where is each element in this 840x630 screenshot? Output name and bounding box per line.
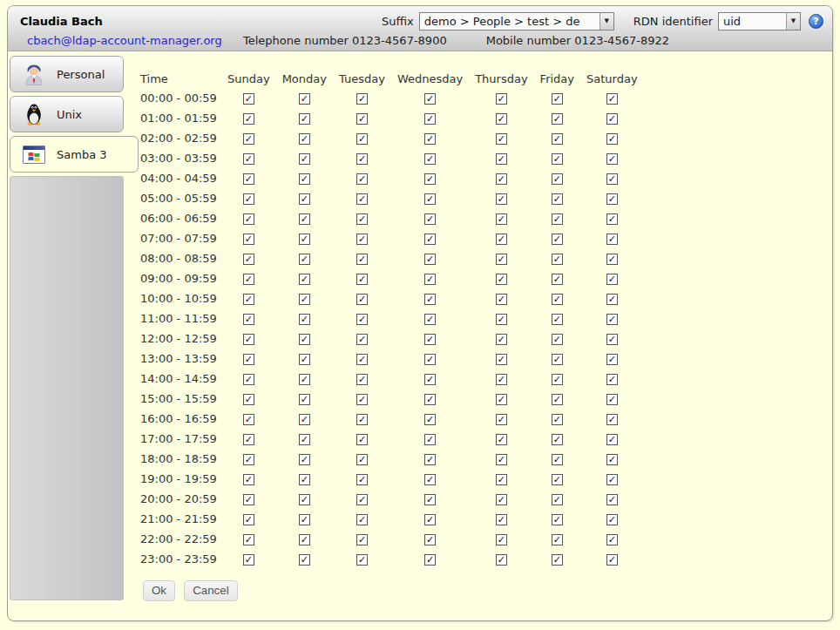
hour-checkbox[interactable] [243,274,254,285]
hour-checkbox[interactable] [356,153,368,165]
hour-checkbox[interactable] [424,434,436,445]
hour-checkbox[interactable] [356,314,368,325]
hour-checkbox[interactable] [424,474,436,485]
hour-checkbox[interactable] [356,354,368,365]
hour-checkbox[interactable] [356,414,368,425]
hour-checkbox[interactable] [552,454,563,465]
hour-checkbox[interactable] [606,133,618,145]
hour-checkbox[interactable] [496,354,507,365]
hour-checkbox[interactable] [299,414,310,425]
hour-checkbox[interactable] [496,234,507,245]
tab-samba3[interactable]: Samba 3 [10,136,139,173]
hour-checkbox[interactable] [299,213,310,225]
hour-checkbox[interactable] [424,213,436,225]
hour-checkbox[interactable] [356,294,368,305]
hour-checkbox[interactable] [299,93,310,105]
hour-checkbox[interactable] [356,454,368,465]
hour-checkbox[interactable] [356,394,368,405]
hour-checkbox[interactable] [299,193,310,205]
hour-checkbox[interactable] [552,93,563,105]
hour-checkbox[interactable] [606,414,618,425]
hour-checkbox[interactable] [299,314,310,325]
hour-checkbox[interactable] [299,374,310,385]
hour-checkbox[interactable] [496,514,507,525]
hour-checkbox[interactable] [299,334,310,345]
hour-checkbox[interactable] [606,234,618,245]
hour-checkbox[interactable] [243,514,254,525]
hour-checkbox[interactable] [299,234,310,245]
hour-checkbox[interactable] [424,454,436,465]
hour-checkbox[interactable] [299,434,310,445]
hour-checkbox[interactable] [606,93,618,105]
hour-checkbox[interactable] [552,113,563,125]
hour-checkbox[interactable] [243,414,254,425]
hour-checkbox[interactable] [243,374,254,385]
hour-checkbox[interactable] [424,354,436,365]
hour-checkbox[interactable] [356,514,368,525]
hour-checkbox[interactable] [424,193,436,205]
hour-checkbox[interactable] [606,213,618,225]
hour-checkbox[interactable] [606,454,618,465]
hour-checkbox[interactable] [496,494,507,505]
hour-checkbox[interactable] [243,494,254,505]
hour-checkbox[interactable] [606,173,618,185]
hour-checkbox[interactable] [552,554,563,566]
hour-checkbox[interactable] [356,93,368,105]
cancel-button[interactable]: Cancel [184,580,238,601]
suffix-select[interactable]: demo > People > test > de [419,12,614,30]
hour-checkbox[interactable] [299,494,310,505]
hour-checkbox[interactable] [299,454,310,465]
hour-checkbox[interactable] [424,254,436,265]
hour-checkbox[interactable] [424,173,436,185]
hour-checkbox[interactable] [552,314,563,325]
hour-checkbox[interactable] [424,554,436,566]
hour-checkbox[interactable] [606,514,618,525]
hour-checkbox[interactable] [496,314,507,325]
hour-checkbox[interactable] [356,193,368,205]
hour-checkbox[interactable] [496,474,507,485]
hour-checkbox[interactable] [552,254,563,265]
hour-checkbox[interactable] [552,434,563,445]
hour-checkbox[interactable] [299,254,310,265]
hour-checkbox[interactable] [606,334,618,345]
hour-checkbox[interactable] [243,534,254,545]
hour-checkbox[interactable] [606,274,618,285]
hour-checkbox[interactable] [606,153,618,165]
hour-checkbox[interactable] [606,113,618,125]
hour-checkbox[interactable] [552,234,563,245]
hour-checkbox[interactable] [243,153,254,165]
hour-checkbox[interactable] [424,314,436,325]
hour-checkbox[interactable] [424,234,436,245]
hour-checkbox[interactable] [424,374,436,385]
hour-checkbox[interactable] [243,234,254,245]
hour-checkbox[interactable] [356,173,368,185]
tab-unix[interactable]: Unix [10,96,124,132]
hour-checkbox[interactable] [243,113,254,125]
hour-checkbox[interactable] [424,534,436,545]
hour-checkbox[interactable] [243,354,254,365]
email-link[interactable]: cbach@ldap-account-manager.org [27,34,243,47]
hour-checkbox[interactable] [424,414,436,425]
hour-checkbox[interactable] [299,534,310,545]
hour-checkbox[interactable] [606,534,618,545]
hour-checkbox[interactable] [496,254,507,265]
hour-checkbox[interactable] [552,294,563,305]
hour-checkbox[interactable] [552,274,563,285]
hour-checkbox[interactable] [552,474,563,485]
hour-checkbox[interactable] [424,494,436,505]
hour-checkbox[interactable] [243,193,254,205]
hour-checkbox[interactable] [606,193,618,205]
hour-checkbox[interactable] [356,334,368,345]
hour-checkbox[interactable] [496,133,507,145]
hour-checkbox[interactable] [606,294,618,305]
hour-checkbox[interactable] [552,153,563,165]
hour-checkbox[interactable] [606,494,618,505]
hour-checkbox[interactable] [243,394,254,405]
tab-personal[interactable]: Personal [10,56,124,92]
hour-checkbox[interactable] [552,534,563,545]
hour-checkbox[interactable] [496,294,507,305]
hour-checkbox[interactable] [552,334,563,345]
hour-checkbox[interactable] [356,374,368,385]
hour-checkbox[interactable] [243,133,254,145]
hour-checkbox[interactable] [356,554,368,566]
